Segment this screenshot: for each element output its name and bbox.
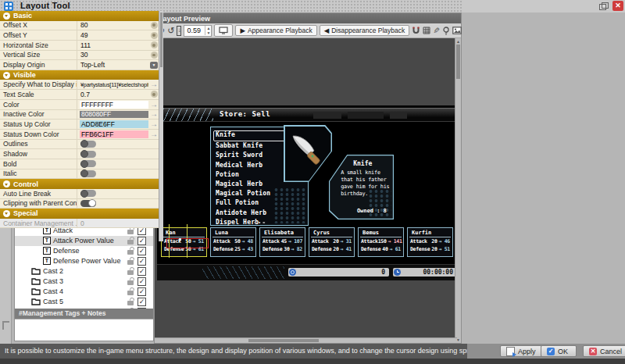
color-swatch[interactable]: FFB6C1FF (80, 130, 148, 138)
toggle-knob[interactable] (80, 190, 88, 198)
reset-icon[interactable] (148, 22, 159, 29)
zoom-stepper[interactable]: 0.59 ▲▼ (184, 25, 212, 37)
section-header-special[interactable]: Special (0, 209, 159, 219)
navigate-icon[interactable]: → (148, 130, 159, 138)
ok-button[interactable]: ✓ OK (541, 345, 577, 357)
cancel-button[interactable]: ✕ Cancel (583, 345, 625, 357)
navigate-icon[interactable]: → (148, 120, 159, 128)
stat-from-value: 30 (282, 246, 290, 252)
scroll-up-arrow-icon[interactable]: ▲ (455, 38, 461, 45)
property-row-shadow: Shadow (0, 149, 159, 159)
item-description-panel: Knife A small knife that his father gave… (330, 155, 393, 219)
color-swatch[interactable]: ADD8E6FF (80, 120, 148, 128)
property-value[interactable]: 808080FF (77, 110, 148, 120)
magnet-snap-icon[interactable] (412, 26, 420, 36)
stat-row-defense: Defense25→ 43 (211, 245, 255, 253)
section-header-visible[interactable]: Visible (0, 70, 159, 80)
color-swatch[interactable]: 808080FF (80, 111, 148, 119)
game-screen-preview[interactable]: Store: Sell KnifeSabbat KnifeSpirit Swor… (157, 105, 458, 280)
property-value[interactable]: ¥partystatus[11]¥selectshopit... (77, 80, 148, 89)
appearance-playback-button[interactable]: ▶ Appearance Playback (235, 25, 316, 36)
item-owned-count: Owned : 8 (357, 208, 387, 214)
property-value[interactable]: 0.7 (77, 90, 148, 99)
section-header-basic[interactable]: Basic (0, 11, 159, 21)
toggle-knob[interactable] (80, 160, 88, 168)
section-title: Control (13, 180, 38, 188)
property-row-status-down-color: Status Down ColorFFB6C1FF→ (0, 130, 159, 140)
toggle-clipping-with-parent-con[interactable] (80, 200, 96, 207)
toggle-outlines[interactable] (80, 141, 96, 148)
fit-view-icon[interactable]: ↓ (177, 26, 181, 36)
property-value[interactable]: 49 (77, 30, 148, 40)
preview-canvas[interactable]: Store: Sell KnifeSabbat KnifeSpirit Swor… (155, 38, 461, 343)
x-icon: ✕ (589, 348, 597, 355)
stat-from-value: 45 (280, 238, 287, 244)
check-icon: ✓ (547, 348, 555, 355)
restore-window-icon[interactable] (599, 2, 609, 10)
property-sections: BasicOffset X80Offset Y49Horizontal Size… (0, 11, 159, 228)
monitor-preview-button[interactable] (214, 24, 233, 37)
navigate-icon[interactable]: → (148, 101, 159, 109)
toggle-shadow[interactable] (80, 151, 96, 158)
zoom-value[interactable]: 0.59 (184, 27, 205, 34)
navigate-icon[interactable]: → (148, 80, 159, 88)
lamp-icon[interactable] (442, 26, 450, 36)
property-value[interactable]: Top-Left (77, 60, 148, 70)
image-icon[interactable] (452, 26, 462, 36)
property-value[interactable]: 80 (77, 21, 148, 30)
toggle-knob[interactable] (80, 140, 88, 148)
preview-panel-header: Layout Preview (155, 13, 461, 23)
property-value[interactable]: 30 (77, 51, 148, 60)
scrollbar-thumb[interactable] (160, 12, 162, 67)
item-image (285, 127, 331, 181)
property-row-offset-x: Offset X80 (0, 21, 159, 31)
stepper-arrows-icon[interactable]: ▲▼ (205, 26, 211, 35)
property-value[interactable]: ADD8E6FF (77, 120, 148, 129)
toggle-auto-line-break[interactable] (80, 190, 96, 197)
reset-icon[interactable] (148, 32, 159, 39)
color-swatch[interactable]: FFFFFFFF (80, 101, 148, 109)
property-value[interactable]: FFFFFFFF (77, 100, 148, 109)
property-label: Offset Y (0, 30, 77, 40)
grid-icon[interactable] (423, 26, 430, 36)
properties-scrollbar[interactable] (159, 11, 163, 241)
apply-button[interactable]: Apply (500, 345, 542, 357)
selected-part-outline[interactable] (166, 238, 209, 248)
playtime-value: 00:00:00 (401, 269, 457, 276)
window-title: Layout Tool (20, 1, 70, 10)
stat-row-attack: Attack20→ 46 (408, 237, 452, 245)
reset-icon[interactable] (148, 52, 159, 59)
property-value (77, 170, 159, 179)
window-bottom-edge (0, 359, 625, 364)
pen-tool-icon[interactable]: ✎ (431, 27, 441, 34)
scrollbar-thumb[interactable] (248, 339, 319, 342)
toggle-knob[interactable] (88, 199, 96, 207)
dropdown-icon[interactable]: ▼ (148, 62, 159, 69)
property-value[interactable]: 0 (77, 219, 148, 228)
property-row-bold: Bold (0, 159, 159, 170)
reset-icon[interactable] (148, 91, 159, 98)
canvas-horizontal-scrollbar[interactable] (155, 337, 457, 343)
toggle-bold[interactable] (80, 160, 96, 167)
property-label: Vertical Size (0, 51, 77, 60)
property-value[interactable]: FFB6C1FF (77, 130, 148, 139)
toggle-italic[interactable] (80, 170, 96, 177)
property-label: Text Scale (0, 90, 77, 99)
hexagon-pattern-decoration (273, 187, 306, 223)
toggle-knob[interactable] (80, 150, 88, 158)
property-value[interactable]: 111 (77, 41, 148, 50)
disappearance-playback-button[interactable]: ◀ Disappearance Playback (320, 25, 410, 36)
property-label: Shadow (0, 149, 77, 159)
scrollbar-thumb[interactable] (456, 45, 460, 79)
section-title: Special (13, 209, 38, 217)
gold-coin-icon (289, 269, 296, 276)
section-header-control[interactable]: Control (0, 179, 159, 189)
property-label: Color (0, 100, 77, 109)
navigate-icon[interactable]: → (148, 110, 159, 118)
undo-icon[interactable]: ↺ (167, 26, 174, 35)
canvas-vertical-scrollbar[interactable]: ▲ ▼ (455, 38, 461, 343)
close-window-button[interactable]: ✕ (612, 1, 623, 11)
party-card-kurfin: KurfinAttack20→ 46Defense20→ 51 (407, 227, 453, 257)
reset-icon[interactable] (148, 41, 159, 48)
toggle-knob[interactable] (80, 170, 88, 177)
